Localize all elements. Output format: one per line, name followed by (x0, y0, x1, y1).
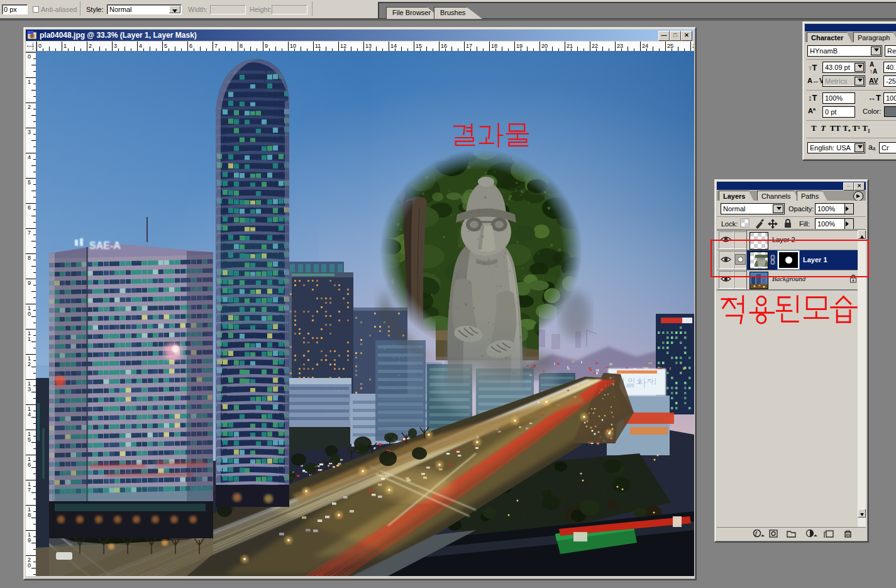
svg-text:f: f (755, 530, 758, 536)
svg-text:SAE-A: SAE-A (89, 240, 121, 251)
